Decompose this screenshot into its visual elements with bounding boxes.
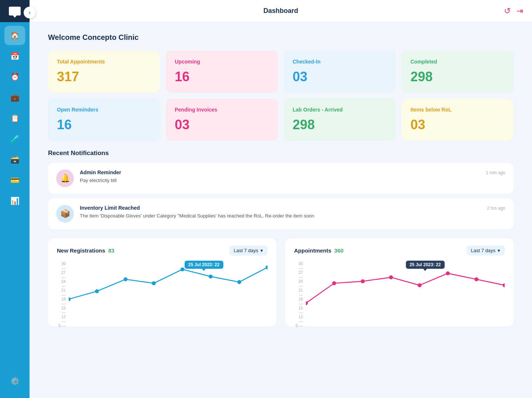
stat-pending-invoices: Pending Invoices 03 (166, 99, 278, 141)
sidebar-item-reports[interactable]: 📋 (4, 109, 25, 128)
notification-icon-box: 📦 (56, 205, 74, 223)
logout-icon[interactable]: ⇥ (516, 6, 523, 16)
chart-registrations-header: New Registrations 83 Last 7 days ▾ (57, 246, 267, 255)
stat-value-lab-orders: 298 (293, 117, 387, 133)
notification-content-2: Inventory Limit Reached The item 'Dispos… (80, 205, 481, 220)
welcome-title: Welcome Concepto Clinic (48, 33, 514, 42)
svg-point-14 (474, 277, 478, 281)
chart-registrations-title: New Registrations (57, 247, 105, 254)
chart-appointments-header: Appointments 360 Last 7 days ▾ (294, 246, 505, 255)
chart-registrations-y-labels: 30 — 27 — 24 — 21 — 18 — 15 — 12 — 9 — (57, 261, 68, 313)
svg-point-13 (446, 271, 450, 275)
notification-time-2: 2 hrs ago (487, 206, 505, 211)
sidebar-item-lab[interactable]: 🧪 (4, 129, 25, 148)
stat-lab-orders: Lab Orders - Arrived 298 (284, 99, 396, 141)
chart-appointments: Appointments 360 Last 7 days ▾ 30 — 27 —… (285, 238, 514, 326)
sidebar-item-home[interactable]: 🏠 (4, 26, 25, 45)
notification-text-2: The item 'Disposable Gloves' under Categ… (80, 212, 481, 220)
svg-point-4 (180, 267, 184, 271)
chart-registrations-filter-label: Last 7 days (234, 248, 259, 253)
svg-point-10 (361, 279, 365, 283)
svg-point-11 (389, 275, 393, 279)
stat-label-checked-in: Checked-In (293, 59, 387, 65)
stat-value-total-appointments: 317 (57, 69, 151, 85)
notification-item-2: 📦 Inventory Limit Reached The item 'Disp… (48, 198, 514, 229)
notification-list: 🔔 Admin Reminder Pay electricity bill 1 … (48, 163, 514, 229)
charts-row: New Registrations 83 Last 7 days ▾ 30 — … (48, 238, 514, 326)
stat-checked-in: Checked-In 03 (284, 51, 396, 93)
sidebar: › 🏠 📅 ⏰ 💼 📋 🧪 🗃️ 💳 📊 ⚙️ (0, 0, 30, 398)
notification-content-1: Admin Reminder Pay electricity bill (80, 169, 480, 184)
stats-row-2: Open Reminders 16 Pending Invoices 03 La… (48, 99, 514, 141)
sidebar-item-calendar[interactable]: 📅 (4, 47, 25, 66)
chart-registrations-svg (69, 261, 267, 313)
stat-open-reminders: Open Reminders 16 (48, 99, 160, 141)
svg-point-2 (123, 277, 127, 281)
sidebar-bottom: ⚙️ (4, 371, 25, 398)
svg-point-3 (152, 281, 156, 285)
svg-point-5 (209, 275, 213, 279)
chart-registrations: New Registrations 83 Last 7 days ▾ 30 — … (48, 238, 276, 326)
svg-point-1 (95, 289, 99, 293)
chart-appointments-svg (306, 261, 505, 313)
chart-registrations-area: 30 — 27 — 24 — 21 — 18 — 15 — 12 — 9 — 2… (57, 261, 267, 320)
stat-value-completed: 298 (410, 69, 505, 85)
chart-registrations-title-group: New Registrations 83 (57, 247, 115, 254)
chart-registrations-count: 83 (108, 247, 115, 254)
stat-total-appointments: Total Appointments 317 (48, 51, 160, 93)
svg-point-6 (237, 280, 241, 284)
stat-value-pending-invoices: 03 (175, 117, 269, 133)
page-title: Dashboard (263, 7, 298, 15)
stat-label-pending-invoices: Pending Invoices (175, 107, 269, 113)
chart-registrations-svg-container: 25 Jul 2023: 22 (69, 261, 267, 313)
main-content: Dashboard ↺ ⇥ Welcome Concepto Clinic To… (30, 0, 532, 398)
notification-time-1: 1 min ago (486, 170, 505, 175)
sidebar-item-briefcase[interactable]: 💼 (4, 88, 25, 107)
stat-label-open-reminders: Open Reminders (57, 107, 151, 113)
sidebar-item-settings[interactable]: ⚙️ (4, 371, 25, 391)
chart-registrations-filter[interactable]: Last 7 days ▾ (229, 246, 268, 255)
chart-appointments-area: 30 — 27 — 24 — 21 — 18 — 15 — 12 — 9 — 2… (294, 261, 505, 320)
sidebar-item-analytics[interactable]: 📊 (4, 191, 25, 210)
stat-value-upcoming: 16 (175, 69, 269, 85)
chevron-right-icon: › (28, 9, 30, 16)
stat-label-total-appointments: Total Appointments (57, 59, 151, 65)
header-actions: ↺ ⇥ (504, 6, 523, 16)
notification-title-1: Admin Reminder (80, 169, 480, 175)
stat-completed: Completed 298 (402, 51, 514, 93)
notification-item-1: 🔔 Admin Reminder Pay electricity bill 1 … (48, 163, 514, 194)
stat-label-completed: Completed (410, 59, 505, 65)
refresh-icon[interactable]: ↺ (504, 6, 511, 16)
stat-label-items-below-rol: Items below RoL (410, 107, 505, 113)
stat-value-items-below-rol: 03 (410, 117, 505, 133)
chevron-down-icon-2: ▾ (498, 248, 500, 253)
stat-label-upcoming: Upcoming (175, 59, 269, 65)
svg-point-0 (69, 297, 71, 301)
chart-appointments-count: 360 (334, 247, 344, 254)
notification-text-1: Pay electricity bill (80, 177, 480, 184)
stat-value-open-reminders: 16 (57, 117, 151, 133)
svg-point-15 (503, 283, 505, 287)
chart-appointments-filter[interactable]: Last 7 days ▾ (467, 246, 505, 255)
sidebar-item-reminders[interactable]: ⏰ (4, 67, 25, 86)
chevron-down-icon: ▾ (260, 248, 263, 253)
stat-items-below-rol: Items below RoL 03 (402, 99, 514, 141)
svg-point-12 (417, 283, 422, 287)
chart-appointments-y-labels: 30 — 27 — 24 — 21 — 18 — 15 — 12 — 9 — (294, 261, 305, 313)
sidebar-toggle[interactable]: › (24, 7, 35, 18)
sidebar-item-billing[interactable]: 💳 (4, 171, 25, 190)
sidebar-nav: 🏠 📅 ⏰ 💼 📋 🧪 🗃️ 💳 📊 (0, 22, 30, 210)
stat-value-checked-in: 03 (293, 69, 387, 85)
chart-appointments-title-group: Appointments 360 (294, 247, 344, 254)
chart-appointments-title: Appointments (294, 247, 331, 254)
stat-upcoming: Upcoming 16 (166, 51, 278, 93)
stat-label-lab-orders: Lab Orders - Arrived (293, 107, 387, 113)
header: Dashboard ↺ ⇥ (30, 0, 532, 22)
chart-appointments-svg-container: 25 Jul 2023: 22 (306, 261, 505, 313)
sidebar-item-archive[interactable]: 🗃️ (4, 150, 25, 169)
notification-icon-bell: 🔔 (56, 169, 74, 187)
logo-icon (9, 7, 21, 16)
chart-appointments-filter-label: Last 7 days (471, 248, 496, 253)
svg-point-9 (332, 281, 336, 285)
notifications-title: Recent Notifications (48, 150, 514, 157)
